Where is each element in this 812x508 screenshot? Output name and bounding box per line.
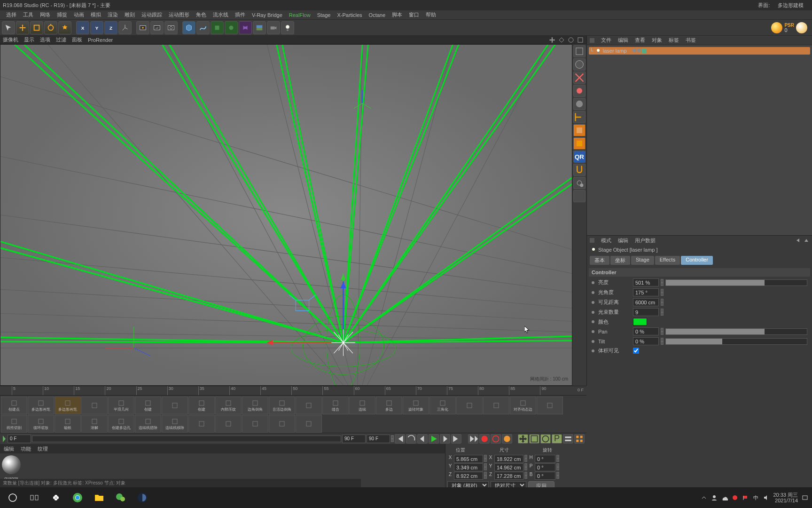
palette-tool[interactable]: 循环缩放 bbox=[28, 415, 54, 433]
nav-back-icon[interactable] bbox=[795, 238, 801, 243]
palette-tool[interactable]: 平滑几何 bbox=[108, 397, 134, 414]
explorer-icon[interactable] bbox=[90, 489, 108, 507]
spinner[interactable] bbox=[661, 279, 664, 286]
menu-item[interactable]: V-Ray Bridge bbox=[249, 11, 286, 19]
rot-input[interactable] bbox=[535, 463, 555, 471]
render-dot[interactable] bbox=[637, 48, 641, 52]
vp-menu-item[interactable]: 选项 bbox=[40, 36, 50, 43]
palette-tool[interactable] bbox=[483, 397, 509, 414]
key-scale[interactable] bbox=[529, 434, 539, 444]
palette-tool[interactable]: 创建点 bbox=[1, 397, 27, 414]
palette-tool[interactable]: 三角化 bbox=[429, 397, 456, 414]
go-start-button[interactable] bbox=[395, 434, 405, 444]
palette-tool[interactable]: 多边形画笔 bbox=[28, 397, 54, 414]
vp-menu-item[interactable]: 面板 bbox=[72, 36, 82, 43]
spinner[interactable] bbox=[661, 299, 664, 306]
snap-toggle[interactable] bbox=[573, 164, 586, 176]
palette-tool[interactable]: 多边形画笔 bbox=[55, 397, 81, 414]
palette-tool[interactable]: 溶解 bbox=[81, 415, 108, 433]
palette-tool[interactable]: 磁铁 bbox=[55, 415, 81, 433]
anim-dot[interactable] bbox=[592, 291, 594, 294]
texture-mode[interactable] bbox=[573, 58, 586, 71]
vp-menu-item[interactable]: 显示 bbox=[24, 36, 34, 43]
tab-basic[interactable]: 基本 bbox=[590, 256, 609, 265]
menu-item[interactable]: 窗口 bbox=[406, 10, 422, 19]
spinner[interactable] bbox=[524, 472, 527, 479]
palette-tool[interactable] bbox=[296, 397, 322, 414]
menu-item[interactable]: 运动跟踪 bbox=[138, 10, 165, 19]
spinner[interactable] bbox=[524, 455, 527, 462]
palette-tool[interactable]: 缝合 bbox=[322, 397, 349, 414]
anim-dot[interactable] bbox=[592, 311, 594, 314]
timeline-ruler[interactable]: 51015202530354045505560657075808590 0 F bbox=[0, 386, 586, 395]
palette-tool[interactable]: 内部压纹 bbox=[215, 397, 242, 414]
attr-menu[interactable]: 用户数据 bbox=[635, 237, 656, 244]
next-frame-button[interactable] bbox=[440, 434, 450, 444]
menu-item[interactable]: 脚本 bbox=[389, 10, 406, 19]
tab-coord[interactable]: 坐标 bbox=[610, 256, 630, 265]
spinner[interactable] bbox=[556, 455, 559, 462]
environment[interactable] bbox=[253, 21, 266, 34]
spinner[interactable] bbox=[484, 463, 487, 470]
vp-move-icon[interactable] bbox=[549, 37, 555, 43]
palette-tool[interactable] bbox=[456, 397, 483, 414]
palette-tool[interactable]: 连续 bbox=[349, 397, 375, 414]
palette-tool[interactable] bbox=[537, 397, 563, 414]
tray-security-icon[interactable] bbox=[732, 494, 738, 501]
render-view[interactable] bbox=[136, 21, 149, 34]
tray-flag-icon[interactable] bbox=[742, 494, 749, 501]
mat-tab[interactable]: 编辑 bbox=[4, 445, 14, 452]
vp-menu-item[interactable]: 过滤 bbox=[56, 36, 66, 43]
point-mode[interactable] bbox=[573, 85, 586, 97]
spinner[interactable] bbox=[484, 455, 487, 462]
qr-icon[interactable]: QR bbox=[573, 151, 586, 163]
palette-tool[interactable]: 连续线移除 bbox=[162, 415, 188, 433]
tray-onedrive-icon[interactable] bbox=[721, 494, 728, 501]
spinner[interactable] bbox=[556, 472, 559, 479]
last-tool[interactable] bbox=[58, 21, 71, 34]
key-button[interactable] bbox=[502, 434, 512, 444]
menu-item[interactable]: X-Particles bbox=[334, 11, 365, 19]
menu-item[interactable]: 雕刻 bbox=[121, 10, 138, 19]
brightness-input[interactable] bbox=[633, 278, 659, 286]
pos-input[interactable] bbox=[454, 455, 483, 463]
scale-tool[interactable] bbox=[30, 21, 43, 34]
angle-input[interactable] bbox=[633, 288, 659, 296]
palette-tool[interactable]: 边角倒角 bbox=[242, 397, 268, 414]
menu-item[interactable]: 动画 bbox=[70, 10, 87, 19]
om-menu[interactable]: 书签 bbox=[686, 37, 696, 44]
palette-tool[interactable]: 多边 bbox=[376, 397, 402, 414]
nav-up-icon[interactable] bbox=[804, 238, 809, 243]
c4d-icon[interactable] bbox=[133, 489, 151, 507]
render-picture-viewer[interactable] bbox=[150, 21, 164, 34]
om-menu[interactable]: 文件 bbox=[601, 37, 611, 44]
light[interactable] bbox=[281, 21, 294, 34]
palette-tool[interactable]: 连续线措除 bbox=[135, 415, 161, 433]
om-menu[interactable]: 对象 bbox=[652, 37, 662, 44]
spinner[interactable] bbox=[661, 328, 664, 335]
spline-tool[interactable] bbox=[196, 21, 210, 34]
move-tool[interactable] bbox=[16, 21, 29, 34]
pan-input[interactable] bbox=[633, 327, 659, 335]
key-move[interactable] bbox=[518, 434, 528, 444]
anim-dot[interactable] bbox=[592, 340, 594, 343]
om-menu[interactable]: 标签 bbox=[669, 37, 679, 44]
go-next-key-button[interactable] bbox=[468, 434, 478, 444]
generator[interactable] bbox=[211, 21, 224, 34]
beam-count-input[interactable] bbox=[633, 308, 659, 316]
timeline-scrubber[interactable] bbox=[32, 436, 341, 442]
system-clock[interactable]: 20:33 周三 2021/7/14 bbox=[773, 492, 798, 503]
anim-dot[interactable] bbox=[592, 330, 594, 333]
frame-end-input[interactable] bbox=[342, 435, 366, 443]
live-select-tool[interactable] bbox=[2, 21, 15, 34]
menu-item[interactable]: Stage bbox=[314, 11, 334, 19]
vp-maximize-icon[interactable] bbox=[577, 37, 584, 43]
palette-tool[interactable]: 音活边倒角 bbox=[269, 397, 295, 414]
brightness-slider[interactable] bbox=[665, 279, 807, 286]
poly-mode[interactable] bbox=[573, 111, 586, 123]
palette-tool[interactable]: 创建 bbox=[188, 397, 215, 414]
y-axis-lock[interactable]: Y bbox=[90, 21, 103, 34]
play-button[interactable] bbox=[429, 434, 439, 444]
menu-item[interactable]: RealFlow bbox=[286, 11, 314, 19]
menu-item[interactable]: 帮助 bbox=[422, 10, 439, 19]
